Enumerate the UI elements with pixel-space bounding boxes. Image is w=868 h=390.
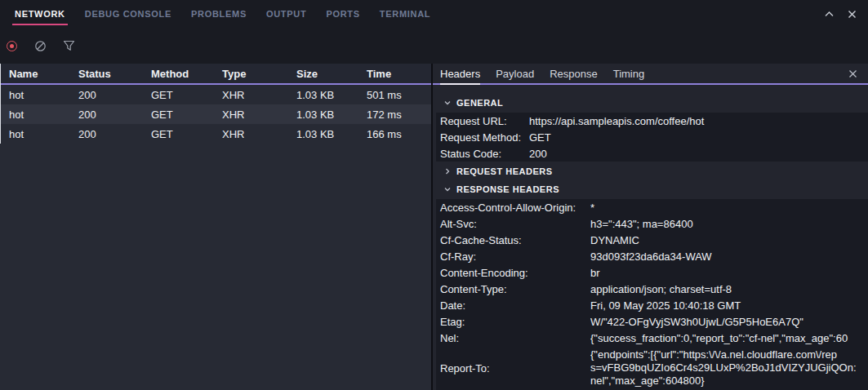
kv-value: *: [590, 202, 868, 214]
requests-pane: Name Status Method Type Size Time hot 20…: [0, 64, 433, 390]
section-general[interactable]: GENERAL: [433, 95, 868, 111]
kv-key: Cf-Ray:: [440, 250, 590, 263]
col-header-type[interactable]: Type: [222, 68, 296, 80]
kv-row-access-control-allow-origin: Access-Control-Allow-Origin: *: [436, 199, 868, 215]
tab-headers[interactable]: Headers: [440, 64, 480, 83]
kv-row-alt-svc: Alt-Svc: h3=":443"; ma=86400: [436, 215, 868, 232]
kv-value: W/"422-OFgVyjSW3h0UjwL/G5P5HoE6A7Q": [590, 316, 868, 328]
kv-row-request-url: Request URL: https://api.sampleapis.com/…: [436, 113, 868, 129]
section-title: REQUEST HEADERS: [456, 166, 553, 176]
kv-key: Request URL:: [440, 115, 529, 127]
tab-response[interactable]: Response: [550, 64, 598, 83]
section-response-headers[interactable]: RESPONSE HEADERS: [433, 182, 868, 197]
tab-network[interactable]: NETWORK: [15, 0, 65, 28]
col-header-size[interactable]: Size: [296, 68, 367, 80]
requests-table: Name Status Method Type Size Time hot 20…: [0, 64, 431, 144]
table-row[interactable]: hot 200 GET XHR 1.03 KB 166 ms: [1, 124, 431, 144]
kv-key: Nel:: [440, 332, 590, 344]
requests-table-header: Name Status Method Type Size Time: [1, 64, 431, 85]
cell-type: XHR: [222, 89, 296, 101]
tab-timing[interactable]: Timing: [613, 64, 645, 83]
devtools-network-panel: NETWORK DEBUG CONSOLE PROBLEMS OUTPUT PO…: [0, 0, 868, 390]
kv-key: Date:: [440, 299, 590, 312]
response-headers-block: Access-Control-Allow-Origin: * Alt-Svc: …: [436, 199, 868, 390]
tab-ports[interactable]: PORTS: [326, 0, 359, 28]
kv-value: h3=":443"; ma=86400: [590, 218, 868, 230]
kv-row-content-encoding: Content-Encoding: br: [436, 264, 868, 281]
cell-time: 166 ms: [367, 128, 431, 140]
tab-problems[interactable]: PROBLEMS: [191, 0, 247, 28]
tab-debug-console[interactable]: DEBUG CONSOLE: [85, 0, 171, 28]
kv-row-content-type: Content-Type: application/json; charset=…: [436, 281, 868, 297]
kv-row-request-method: Request Method: GET: [436, 129, 868, 145]
cell-name: hot: [9, 128, 78, 140]
close-icon[interactable]: [848, 10, 857, 19]
cell-name: hot: [9, 109, 78, 121]
kv-row-etag: Etag: W/"422-OFgVyjSW3h0UjwL/G5P5HoE6A7Q…: [436, 313, 868, 330]
cell-time: 172 ms: [367, 109, 431, 121]
kv-value: DYNAMIC: [590, 234, 868, 246]
chevron-down-icon: [443, 99, 452, 107]
record-icon[interactable]: [6, 40, 18, 52]
kv-value: {"success_fraction":0,"report_to":"cf-ne…: [590, 332, 868, 344]
tab-payload[interactable]: Payload: [496, 64, 534, 83]
section-request-headers[interactable]: REQUEST HEADERS: [433, 164, 868, 179]
panel-tab-bar: NETWORK DEBUG CONSOLE PROBLEMS OUTPUT PO…: [0, 0, 868, 28]
chevron-right-icon: [443, 167, 452, 175]
chevron-up-icon[interactable]: [824, 10, 835, 18]
kv-key: Request Method:: [440, 131, 529, 144]
kv-value: GET: [529, 131, 868, 144]
kv-value: application/json; charset=utf-8: [590, 283, 868, 295]
clear-icon[interactable]: [34, 40, 47, 52]
general-block: Request URL: https://api.sampleapis.com/…: [436, 113, 868, 162]
kv-key: Etag:: [440, 316, 590, 328]
kv-key: Content-Type:: [440, 283, 590, 295]
cell-status: 200: [78, 109, 151, 121]
section-title: GENERAL: [456, 98, 503, 108]
cell-type: XHR: [222, 109, 296, 121]
tab-output[interactable]: OUTPUT: [266, 0, 306, 28]
network-main-area: Name Status Method Type Size Time hot 20…: [0, 64, 868, 390]
filter-icon[interactable]: [63, 40, 75, 52]
cell-size: 1.03 KB: [296, 128, 367, 140]
cell-method: GET: [151, 128, 222, 140]
kv-key: Status Code:: [440, 148, 529, 160]
cell-size: 1.03 KB: [296, 109, 367, 121]
cell-method: GET: [151, 109, 222, 121]
table-row[interactable]: hot 200 GET XHR 1.03 KB 501 ms: [1, 85, 431, 104]
panel-tabs: NETWORK DEBUG CONSOLE PROBLEMS OUTPUT PO…: [15, 0, 824, 28]
col-header-status[interactable]: Status: [78, 68, 151, 80]
col-header-time[interactable]: Time: [367, 68, 431, 80]
kv-key: Access-Control-Allow-Origin:: [440, 202, 590, 214]
kv-row-report-to: Report-To: {"endpoints":[{"url":"https:\…: [436, 346, 868, 390]
kv-row-date: Date: Fri, 09 May 2025 10:40:18 GMT: [436, 297, 868, 313]
cell-name: hot: [9, 89, 78, 101]
kv-value: 93d093f23da6da34-WAW: [590, 250, 868, 263]
kv-key: Content-Encoding:: [440, 267, 590, 279]
kv-value: 200: [529, 148, 868, 160]
col-header-name[interactable]: Name: [9, 68, 78, 80]
kv-value: br: [590, 267, 868, 279]
cell-status: 200: [78, 89, 151, 101]
kv-key: Alt-Svc:: [440, 218, 590, 230]
table-row[interactable]: hot 200 GET XHR 1.03 KB 172 ms: [1, 104, 431, 124]
kv-value: https://api.sampleapis.com/coffee/hot: [529, 115, 868, 127]
panel-window-controls: [824, 0, 857, 28]
cell-method: GET: [151, 89, 222, 101]
network-toolbar: [0, 28, 868, 64]
kv-key: Report-To:: [440, 362, 590, 374]
details-close-icon[interactable]: [848, 69, 857, 78]
kv-row-status-code: Status Code: 200: [436, 145, 868, 162]
kv-row-nel: Nel: {"success_fraction":0,"report_to":"…: [436, 330, 868, 346]
details-tab-bar: Headers Payload Response Timing: [433, 64, 868, 85]
chevron-down-icon: [443, 185, 452, 193]
kv-value: {"endpoints":[{"url":"https:\/\/a.nel.cl…: [590, 348, 868, 388]
cell-time: 501 ms: [367, 89, 431, 101]
request-details-pane: Headers Payload Response Timing GENERAL …: [433, 64, 868, 390]
kv-row-cf-cache-status: Cf-Cache-Status: DYNAMIC: [436, 232, 868, 248]
section-title: RESPONSE HEADERS: [456, 184, 559, 194]
tab-terminal[interactable]: TERMINAL: [380, 0, 430, 28]
kv-key: Cf-Cache-Status:: [440, 234, 590, 246]
col-header-method[interactable]: Method: [151, 68, 222, 80]
kv-row-cf-ray: Cf-Ray: 93d093f23da6da34-WAW: [436, 248, 868, 264]
